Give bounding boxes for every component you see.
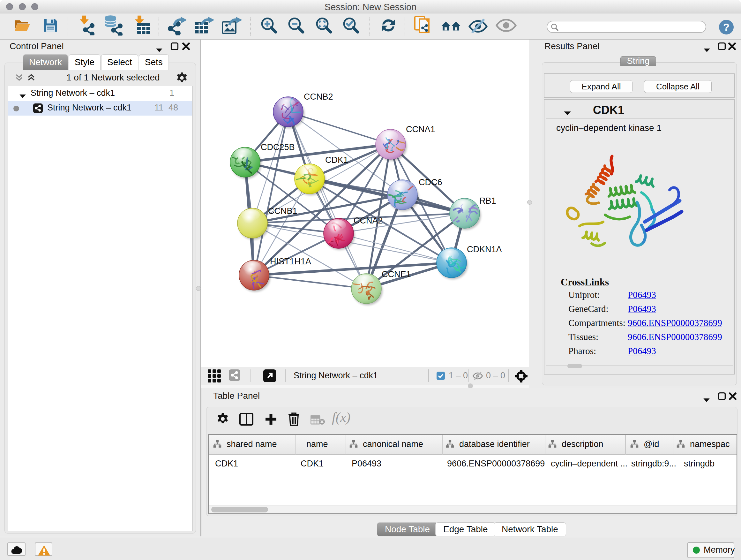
svg-text:CDC6: CDC6 (419, 178, 442, 187)
svg-text:HIST1H1A: HIST1H1A (270, 257, 311, 266)
svg-text:CDK1: CDK1 (325, 155, 348, 165)
svg-text:CCNA1: CCNA1 (406, 125, 435, 134)
svg-text:CCNE1: CCNE1 (382, 269, 411, 279)
svg-text:CCNB1: CCNB1 (268, 206, 297, 216)
svg-text:CCNB2: CCNB2 (304, 92, 333, 102)
svg-text:CDC25B: CDC25B (261, 142, 295, 152)
svg-text:CDKN1A: CDKN1A (467, 245, 502, 254)
svg-text:RB1: RB1 (479, 196, 496, 206)
svg-text:CCNA2: CCNA2 (354, 216, 383, 226)
svg-text:?: ? (723, 21, 730, 33)
